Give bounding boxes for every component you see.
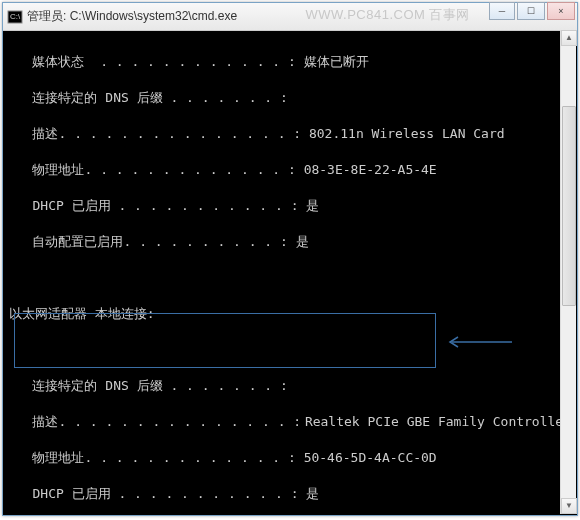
svg-text:C:\: C:\ <box>10 12 21 21</box>
terminal-output[interactable]: 媒体状态 . . . . . . . . . . . . : 媒体已断开 连接特… <box>3 31 577 515</box>
phys-label: 物理地址 <box>32 162 84 177</box>
adapter-header: 以太网适配器 本地连接: <box>9 305 571 323</box>
dns-suffix-label: 连接特定的 DNS 后缀 <box>32 90 162 105</box>
dhcp-enabled-value: 是 <box>306 197 319 215</box>
maximize-button[interactable]: ☐ <box>517 2 545 20</box>
desc-value: Realtek PCIe GBE Family Controller <box>305 413 571 431</box>
desc-label: 描述 <box>32 414 58 429</box>
phys-value: 50-46-5D-4A-CC-0D <box>304 449 437 467</box>
dhcp-enabled-value: 是 <box>306 485 319 503</box>
desc-value: 802.11n Wireless LAN Card <box>309 125 505 143</box>
scroll-up-button[interactable]: ▲ <box>561 30 577 46</box>
minimize-button[interactable]: ─ <box>489 2 515 20</box>
scrollbar[interactable]: ▲ ▼ <box>560 30 576 514</box>
cmd-window: C:\ 管理员: C:\Windows\system32\cmd.exe ─ ☐… <box>2 2 578 516</box>
dhcp-enabled-label: DHCP 已启用 <box>32 486 110 501</box>
scroll-down-button[interactable]: ▼ <box>561 498 577 514</box>
dhcp-enabled-label: DHCP 已启用 <box>32 198 110 213</box>
scroll-thumb[interactable] <box>562 106 576 306</box>
phys-value: 08-3E-8E-22-A5-4E <box>304 161 437 179</box>
scroll-track[interactable] <box>561 46 576 498</box>
desc-label: 描述 <box>32 126 58 141</box>
app-icon: C:\ <box>7 9 23 25</box>
close-button[interactable]: × <box>547 2 575 20</box>
titlebar[interactable]: C:\ 管理员: C:\Windows\system32\cmd.exe ─ ☐… <box>3 3 577 31</box>
autoconf-label: 自动配置已启用 <box>32 234 123 249</box>
autoconf-value: 是 <box>296 233 309 251</box>
phys-label: 物理地址 <box>32 450 84 465</box>
media-state-label: 媒体状态 <box>32 54 84 69</box>
dns-suffix-label: 连接特定的 DNS 后缀 <box>32 378 162 393</box>
media-state-value: 媒体已断开 <box>304 53 369 71</box>
